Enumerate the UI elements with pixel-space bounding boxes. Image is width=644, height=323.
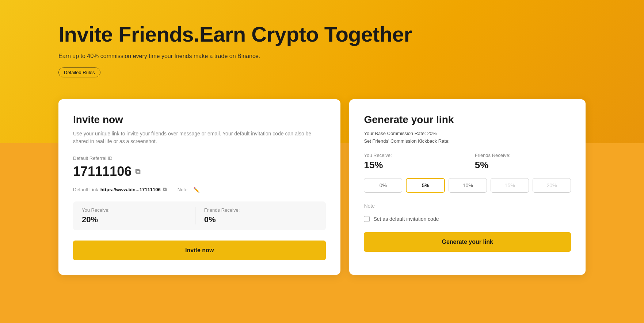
default-code-checkbox[interactable] <box>364 216 370 222</box>
you-receive-label: You Receive: <box>82 207 195 213</box>
default-link-section: Default Link https://www.bin...17111106 … <box>73 187 167 193</box>
generate-note-label: Note <box>364 203 571 209</box>
friends-receive-col: Friends Receive: 0% <box>195 207 317 224</box>
default-code-row: Set as default invitation code <box>364 216 571 222</box>
generate-link-button[interactable]: Generate your link <box>364 232 571 252</box>
referral-id-value: 17111106 <box>73 164 132 179</box>
referral-id-label: Default Referral ID <box>73 155 326 161</box>
friends-receive-value-right: 5% <box>475 159 571 171</box>
friends-receive-label-right: Friends Receive: <box>475 153 571 158</box>
rate-btn-10[interactable]: 10% <box>449 178 487 193</box>
friends-receive-label: Friends Receive: <box>204 207 317 213</box>
link-row: Default Link https://www.bin...17111106 … <box>73 187 326 193</box>
link-copy-icon[interactable]: ⧉ <box>163 187 167 193</box>
cards-container: Invite now Use your unique link to invit… <box>0 99 644 275</box>
hero-title: Invite Friends.Earn Crypto Together <box>58 22 586 46</box>
commission-info: Your Base Commission Rate: 20% Set Frien… <box>364 130 571 145</box>
rate-btn-20[interactable]: 20% <box>533 178 571 193</box>
you-receive-col: You Receive: 20% <box>82 207 195 224</box>
note-section: Note - ✏️ <box>178 187 200 193</box>
rate-btn-15[interactable]: 15% <box>491 178 529 193</box>
generate-card-title: Generate your link <box>364 114 571 126</box>
note-edit-icon[interactable]: ✏️ <box>193 187 199 193</box>
you-receive-value: 20% <box>82 215 195 224</box>
set-friends-label: Set Friends' Commission Kickback Rate: <box>364 138 571 145</box>
invite-now-button[interactable]: Invite now <box>73 241 326 260</box>
base-commission-rate: Your Base Commission Rate: 20% <box>364 130 571 138</box>
note-label: Note <box>178 187 187 192</box>
default-code-label: Set as default invitation code <box>373 216 439 222</box>
detailed-rules-button[interactable]: Detailed Rules <box>58 68 100 77</box>
generate-card: Generate your link Your Base Commission … <box>349 99 586 275</box>
hero-subtitle: Earn up to 40% commission every time you… <box>58 53 586 59</box>
rate-btn-5[interactable]: 5% <box>406 178 445 193</box>
default-link-value: https://www.bin...17111106 ⧉ <box>100 187 167 193</box>
you-receive-col-right: You Receive: 15% <box>364 153 460 171</box>
referral-id-copy-icon[interactable]: ⧉ <box>135 168 140 176</box>
note-dash: - <box>190 187 191 192</box>
you-receive-label-right: You Receive: <box>364 153 460 158</box>
rate-btn-0[interactable]: 0% <box>364 178 402 193</box>
referral-id-row: 17111106 ⧉ <box>73 164 326 179</box>
invite-card-description: Use your unique link to invite your frie… <box>73 130 326 145</box>
default-link-label: Default Link <box>73 187 98 192</box>
friends-receive-value: 0% <box>204 215 317 224</box>
you-receive-value-right: 15% <box>364 159 460 171</box>
rate-buttons: 0% 5% 10% 15% 20% <box>364 178 571 193</box>
invite-card-title: Invite now <box>73 114 326 126</box>
invite-card: Invite now Use your unique link to invit… <box>58 99 340 275</box>
rate-row: You Receive: 15% Friends Receive: 5% <box>364 153 571 171</box>
friends-receive-col-right: Friends Receive: 5% <box>475 153 571 171</box>
receive-box: You Receive: 20% Friends Receive: 0% <box>73 201 326 230</box>
